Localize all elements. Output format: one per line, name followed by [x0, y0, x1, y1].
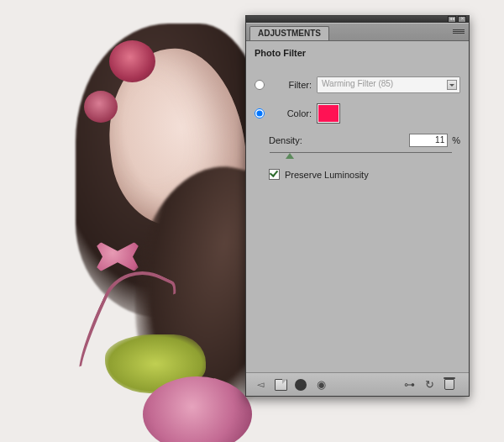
slider-thumb[interactable]	[286, 149, 294, 159]
density-unit: %	[452, 135, 460, 145]
panel-tab-strip: ADJUSTMENTS	[246, 23, 469, 41]
filter-dropdown[interactable]: Warming Filter (85)	[317, 76, 460, 93]
adjustment-title: Photo Filter	[255, 48, 460, 58]
panel-titlebar[interactable]: ◂◂ ✕	[246, 16, 469, 23]
density-label: Density:	[255, 135, 302, 145]
preserve-luminosity-row[interactable]: Preserve Luminosity	[255, 169, 460, 180]
color-swatch[interactable]	[317, 103, 340, 124]
color-row: Color:	[255, 103, 460, 124]
filter-radio[interactable]	[255, 80, 265, 90]
color-label: Color:	[268, 108, 317, 118]
panel-menu-icon[interactable]	[453, 27, 465, 35]
visibility-icon[interactable]	[313, 378, 328, 392]
clip-icon[interactable]	[402, 378, 417, 392]
back-icon[interactable]	[253, 378, 268, 392]
filter-label: Filter:	[268, 80, 317, 90]
new-doc-icon[interactable]	[273, 378, 288, 392]
color-radio[interactable]	[255, 108, 265, 118]
filter-row: Filter: Warming Filter (85)	[255, 76, 460, 93]
slider-track	[270, 152, 452, 153]
layer-mask-icon[interactable]	[293, 378, 308, 392]
adjustments-panel: ◂◂ ✕ ADJUSTMENTS Photo Filter Filter: Wa…	[245, 15, 470, 397]
density-slider[interactable]	[270, 149, 452, 157]
density-row: Density: 11 %	[255, 134, 460, 147]
density-input[interactable]: 11	[409, 134, 448, 147]
panel-close-icon[interactable]: ✕	[458, 16, 466, 23]
reset-icon[interactable]	[422, 378, 437, 392]
trash-icon[interactable]	[442, 378, 457, 392]
preserve-luminosity-label: Preserve Luminosity	[285, 170, 369, 180]
tab-adjustments[interactable]: ADJUSTMENTS	[249, 26, 329, 40]
panel-footer	[246, 372, 469, 396]
preserve-luminosity-checkbox[interactable]	[269, 169, 280, 180]
panel-collapse-icon[interactable]: ◂◂	[448, 16, 456, 23]
